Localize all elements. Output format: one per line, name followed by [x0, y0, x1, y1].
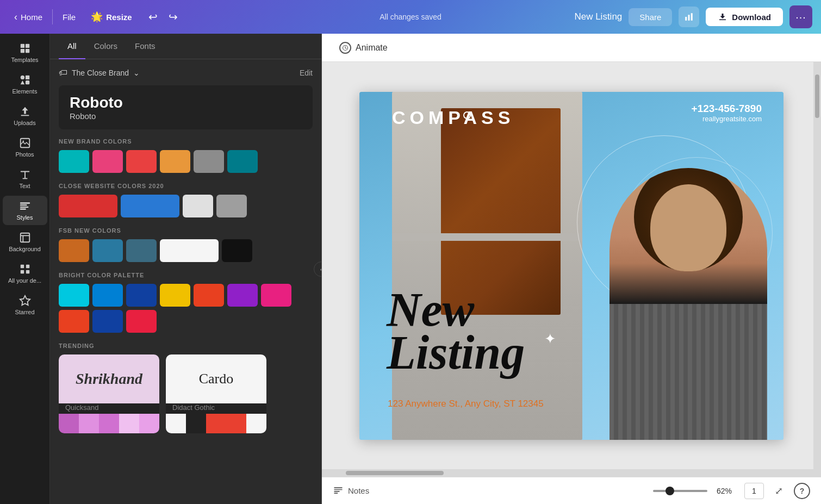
fullscreen-button[interactable]: ⤢	[773, 483, 785, 499]
bright-color-7[interactable]	[261, 284, 291, 307]
panel-content: 🏷 The Close Brand ⌄ Edit Roboto Roboto N…	[50, 59, 321, 504]
trending-card-preview-2: Cardo	[166, 354, 266, 403]
fsb-color-swatch-1[interactable]	[59, 239, 89, 262]
topbar-left: ‹ Home File 🌟 Resize ↩ ↪	[9, 8, 182, 26]
document-title[interactable]: New Listing	[574, 11, 622, 22]
canvas-scrollbar-horizontal[interactable]	[322, 469, 821, 477]
compass-o-circle	[463, 111, 471, 119]
brand-color-swatch-6[interactable]	[227, 150, 258, 173]
tab-all[interactable]: All	[59, 34, 85, 59]
bright-color-3[interactable]	[126, 284, 157, 307]
notes-button[interactable]: Notes	[333, 486, 369, 496]
topbar: ‹ Home File 🌟 Resize ↩ ↪ All changes sav…	[0, 0, 821, 34]
bright-color-4[interactable]	[160, 284, 190, 307]
sidebar-item-templates[interactable]: Templates	[3, 38, 47, 67]
brand-color-swatch-5[interactable]	[194, 150, 224, 173]
brand-color-swatch-3[interactable]	[126, 150, 157, 173]
resize-button[interactable]: 🌟 Resize	[85, 8, 138, 26]
trending-grid: Shrikhand Quicksand Cardo	[59, 354, 313, 433]
design-title-line1: New	[387, 288, 525, 331]
fsb-color-swatch-5[interactable]	[222, 239, 252, 262]
font-preview-card[interactable]: Roboto Roboto	[59, 85, 313, 129]
icon-sidebar: Templates Elements Uploads Photos Text S…	[0, 34, 50, 504]
compass-logo: COMPASS	[392, 107, 514, 128]
design-title[interactable]: New Listing	[387, 288, 525, 374]
trending-font-name-1: Shrikhand	[76, 370, 142, 388]
font-preview-title: Roboto	[70, 94, 302, 111]
svg-rect-12	[21, 115, 29, 116]
trending-card-preview-1: Shrikhand	[59, 354, 159, 403]
trending-color-row-1	[59, 414, 159, 433]
sidebar-item-starred[interactable]: Starred	[3, 290, 47, 320]
design-address[interactable]: 123 Anywhere St., Any City, ST 12345	[388, 399, 544, 409]
sidebar-item-text[interactable]: Text	[3, 164, 47, 194]
bright-palette	[59, 284, 313, 333]
sidebar-item-label: Uploads	[14, 120, 35, 126]
bright-color-9[interactable]	[92, 310, 123, 333]
canvas-scroll[interactable]: COMPASS +123-456-7890 reallygreatsite.co…	[322, 62, 821, 469]
download-button[interactable]: Download	[706, 8, 783, 26]
trending-card-cardo[interactable]: Cardo Didact Gothic	[166, 354, 266, 433]
sidebar-item-styles[interactable]: Styles	[3, 196, 47, 225]
bright-color-1[interactable]	[59, 284, 89, 307]
svg-rect-1	[688, 15, 690, 21]
bright-color-8[interactable]	[59, 310, 89, 333]
fsb-color-swatch-2[interactable]	[92, 239, 123, 262]
canvas-scrollbar-vertical[interactable]	[813, 62, 821, 469]
panel-tabs: All Colors Fonts	[50, 34, 321, 59]
more-options-button[interactable]: ···	[789, 5, 812, 28]
close-color-swatch-4[interactable]	[216, 195, 247, 217]
share-button[interactable]: Share	[629, 8, 672, 26]
design-preview[interactable]: COMPASS +123-456-7890 reallygreatsite.co…	[359, 92, 783, 440]
chart-icon	[684, 12, 694, 22]
help-button[interactable]: ?	[794, 483, 810, 499]
sidebar-item-allyoude[interactable]: All your de...	[3, 259, 47, 288]
tab-colors[interactable]: Colors	[85, 34, 126, 59]
scrollbar-horizontal-thumb[interactable]	[346, 471, 444, 475]
design-contact-info: +123-456-7890 reallygreatsite.com	[692, 103, 762, 123]
undo-button[interactable]: ↩	[144, 8, 162, 26]
svg-rect-6	[20, 49, 24, 53]
zoom-slider[interactable]	[653, 490, 707, 492]
analytics-button[interactable]	[679, 7, 699, 27]
fsb-colors-title: FSB NEW COLORS	[59, 227, 313, 234]
tab-fonts[interactable]: Fonts	[126, 34, 164, 59]
home-button[interactable]: ‹ Home	[9, 8, 48, 26]
trending-card-shrikhand[interactable]: Shrikhand Quicksand	[59, 354, 159, 433]
svg-marker-20	[20, 296, 29, 305]
person-silhouette	[609, 168, 767, 440]
brand-edit-button[interactable]: Edit	[300, 69, 313, 77]
bright-color-6[interactable]	[227, 284, 258, 307]
close-color-swatch-2[interactable]	[121, 195, 179, 217]
fsb-color-swatch-4[interactable]	[160, 239, 219, 262]
sidebar-item-uploads[interactable]: Uploads	[3, 101, 47, 130]
zoom-percent: 62%	[713, 487, 736, 495]
sidebar-item-background[interactable]: Background	[3, 227, 47, 257]
sidebar-item-photos[interactable]: Photos	[3, 133, 47, 162]
star-icon	[19, 295, 31, 307]
close-color-swatch-3[interactable]	[183, 195, 213, 217]
bright-color-5[interactable]	[194, 284, 224, 307]
animate-button[interactable]: Animate	[333, 39, 394, 57]
fsb-palette	[59, 239, 313, 262]
brand-color-swatch-4[interactable]	[160, 150, 190, 173]
trending-card-subtitle-1: Quicksand	[59, 403, 159, 414]
page-indicator[interactable]: 1	[744, 483, 764, 499]
notes-label: Notes	[348, 486, 369, 495]
sidebar-item-label: Elements	[13, 88, 38, 95]
trending-swatch-1-1	[59, 414, 79, 433]
brand-header: 🏷 The Close Brand ⌄ Edit	[59, 68, 313, 78]
design-phone: +123-456-7890	[692, 103, 762, 115]
brand-color-swatch-2[interactable]	[92, 150, 123, 173]
fsb-color-swatch-3[interactable]	[126, 239, 157, 262]
close-color-swatch-1[interactable]	[59, 195, 117, 217]
scrollbar-vertical-thumb[interactable]	[815, 74, 819, 118]
svg-rect-4	[20, 44, 24, 48]
redo-button[interactable]: ↪	[164, 8, 182, 26]
sidebar-item-elements[interactable]: Elements	[3, 70, 47, 99]
bright-color-2[interactable]	[92, 284, 123, 307]
file-button[interactable]: File	[57, 9, 81, 25]
brand-name-selector[interactable]: 🏷 The Close Brand ⌄	[59, 68, 140, 78]
brand-color-swatch-1[interactable]	[59, 150, 89, 173]
bright-color-10[interactable]	[126, 310, 157, 333]
